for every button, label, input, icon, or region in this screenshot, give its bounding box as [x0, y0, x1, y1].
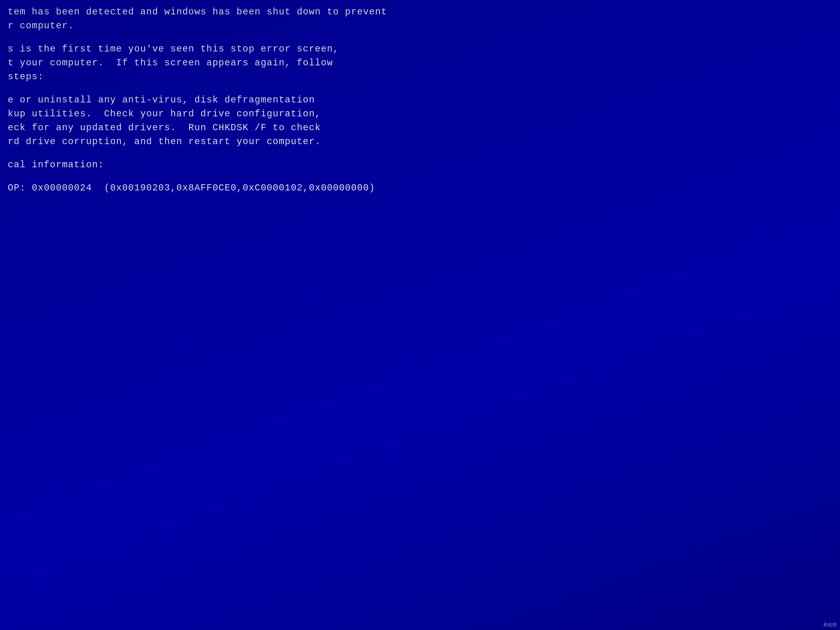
bsod-line: eck for any updated drivers. Run CHKDSK … — [8, 121, 832, 135]
bsod-line: OP: 0x00000024 (0x00190203,0x8AFF0CE0,0x… — [8, 181, 832, 195]
watermark: 系统帮 — [823, 622, 837, 628]
bsod-line: kup utilities. Check your hard drive con… — [8, 107, 832, 121]
bsod-blank-line — [8, 33, 832, 42]
bsod-blank-line — [8, 149, 832, 158]
bsod-line: s is the first time you've seen this sto… — [8, 42, 832, 56]
bsod-line: steps: — [8, 70, 832, 84]
bsod-blank-line — [8, 84, 832, 93]
bsod-line: t your computer. If this screen appears … — [8, 56, 832, 70]
bsod-line: r computer. — [8, 19, 832, 33]
bsod-blank-line — [8, 172, 832, 181]
bsod-text-block: tem has been detected and windows has be… — [0, 0, 840, 200]
bsod-line: rd drive corruption, and then restart yo… — [8, 135, 832, 149]
bsod-line: e or uninstall any anti-virus, disk defr… — [8, 93, 832, 107]
bsod-line: cal information: — [8, 158, 832, 172]
bsod-line: tem has been detected and windows has be… — [8, 5, 832, 19]
bsod-screen: tem has been detected and windows has be… — [0, 0, 840, 630]
